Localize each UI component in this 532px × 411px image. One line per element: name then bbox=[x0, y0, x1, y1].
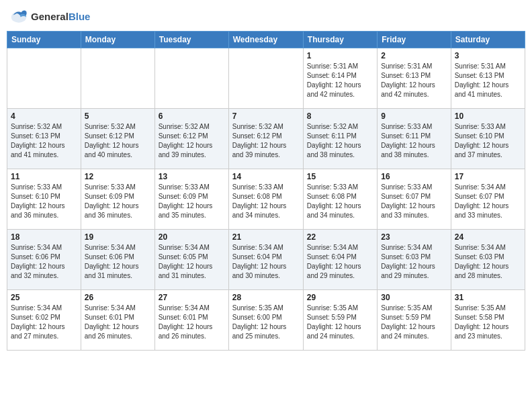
week-row-5: 25Sunrise: 5:34 AM Sunset: 6:02 PM Dayli… bbox=[7, 290, 525, 351]
empty-cell bbox=[154, 48, 228, 109]
day-cell-29: 29Sunrise: 5:35 AM Sunset: 5:59 PM Dayli… bbox=[303, 290, 377, 351]
day-cell-13: 13Sunrise: 5:33 AM Sunset: 6:09 PM Dayli… bbox=[154, 169, 228, 230]
day-number: 7 bbox=[232, 111, 300, 121]
day-cell-22: 22Sunrise: 5:34 AM Sunset: 6:04 PM Dayli… bbox=[303, 230, 377, 290]
day-number: 20 bbox=[159, 232, 225, 242]
day-info: Sunrise: 5:34 AM Sunset: 6:07 PM Dayligh… bbox=[455, 183, 521, 220]
weekday-sunday: Sunday bbox=[7, 32, 81, 48]
day-number: 4 bbox=[11, 111, 77, 121]
empty-cell bbox=[81, 48, 154, 109]
calendar: SundayMondayTuesdayWednesdayThursdayFrid… bbox=[7, 31, 525, 351]
week-row-1: 1Sunrise: 5:31 AM Sunset: 6:14 PM Daylig… bbox=[7, 48, 525, 109]
week-row-4: 18Sunrise: 5:34 AM Sunset: 6:06 PM Dayli… bbox=[7, 230, 525, 290]
day-info: Sunrise: 5:32 AM Sunset: 6:11 PM Dayligh… bbox=[307, 122, 373, 160]
day-cell-1: 1Sunrise: 5:31 AM Sunset: 6:14 PM Daylig… bbox=[303, 48, 377, 109]
day-cell-3: 3Sunrise: 5:31 AM Sunset: 6:13 PM Daylig… bbox=[451, 48, 525, 109]
day-number: 23 bbox=[381, 232, 447, 242]
day-info: Sunrise: 5:35 AM Sunset: 6:00 PM Dayligh… bbox=[232, 304, 300, 341]
day-number: 1 bbox=[307, 51, 373, 60]
day-cell-25: 25Sunrise: 5:34 AM Sunset: 6:02 PM Dayli… bbox=[7, 290, 81, 351]
day-number: 24 bbox=[455, 232, 521, 242]
day-info: Sunrise: 5:35 AM Sunset: 5:59 PM Dayligh… bbox=[307, 304, 373, 341]
day-info: Sunrise: 5:34 AM Sunset: 6:06 PM Dayligh… bbox=[11, 243, 77, 281]
day-info: Sunrise: 5:35 AM Sunset: 5:59 PM Dayligh… bbox=[381, 304, 447, 341]
day-number: 17 bbox=[455, 172, 521, 181]
logo-icon bbox=[9, 7, 28, 26]
day-cell-27: 27Sunrise: 5:34 AM Sunset: 6:01 PM Dayli… bbox=[154, 290, 228, 351]
day-number: 13 bbox=[159, 172, 225, 181]
day-cell-12: 12Sunrise: 5:33 AM Sunset: 6:09 PM Dayli… bbox=[81, 169, 154, 230]
day-cell-10: 10Sunrise: 5:33 AM Sunset: 6:10 PM Dayli… bbox=[451, 109, 525, 169]
logo: GeneralBlue bbox=[9, 7, 90, 26]
week-row-3: 11Sunrise: 5:33 AM Sunset: 6:10 PM Dayli… bbox=[7, 169, 525, 230]
day-info: Sunrise: 5:35 AM Sunset: 5:58 PM Dayligh… bbox=[455, 304, 521, 341]
day-cell-21: 21Sunrise: 5:34 AM Sunset: 6:04 PM Dayli… bbox=[228, 230, 303, 290]
day-number: 21 bbox=[232, 232, 300, 242]
day-info: Sunrise: 5:34 AM Sunset: 6:02 PM Dayligh… bbox=[11, 304, 77, 341]
day-info: Sunrise: 5:32 AM Sunset: 6:12 PM Dayligh… bbox=[159, 122, 225, 160]
day-info: Sunrise: 5:31 AM Sunset: 6:13 PM Dayligh… bbox=[455, 62, 521, 99]
empty-cell bbox=[228, 48, 303, 109]
day-cell-19: 19Sunrise: 5:34 AM Sunset: 6:06 PM Dayli… bbox=[81, 230, 154, 290]
day-number: 12 bbox=[85, 172, 151, 181]
day-info: Sunrise: 5:34 AM Sunset: 6:03 PM Dayligh… bbox=[381, 243, 447, 281]
day-cell-7: 7Sunrise: 5:32 AM Sunset: 6:12 PM Daylig… bbox=[228, 109, 303, 169]
page-header: GeneralBlue bbox=[7, 7, 525, 26]
day-info: Sunrise: 5:31 AM Sunset: 6:13 PM Dayligh… bbox=[381, 62, 447, 99]
day-cell-5: 5Sunrise: 5:32 AM Sunset: 6:12 PM Daylig… bbox=[81, 109, 154, 169]
day-number: 14 bbox=[232, 172, 300, 181]
day-cell-15: 15Sunrise: 5:33 AM Sunset: 6:08 PM Dayli… bbox=[303, 169, 377, 230]
day-info: Sunrise: 5:34 AM Sunset: 6:01 PM Dayligh… bbox=[159, 304, 225, 341]
day-info: Sunrise: 5:32 AM Sunset: 6:12 PM Dayligh… bbox=[85, 122, 151, 160]
day-cell-26: 26Sunrise: 5:34 AM Sunset: 6:01 PM Dayli… bbox=[81, 290, 154, 351]
day-cell-18: 18Sunrise: 5:34 AM Sunset: 6:06 PM Dayli… bbox=[7, 230, 81, 290]
day-cell-16: 16Sunrise: 5:33 AM Sunset: 6:07 PM Dayli… bbox=[378, 169, 451, 230]
day-cell-4: 4Sunrise: 5:32 AM Sunset: 6:13 PM Daylig… bbox=[7, 109, 81, 169]
day-info: Sunrise: 5:34 AM Sunset: 6:01 PM Dayligh… bbox=[85, 304, 151, 341]
day-number: 30 bbox=[381, 293, 447, 302]
day-info: Sunrise: 5:34 AM Sunset: 6:04 PM Dayligh… bbox=[232, 243, 300, 281]
day-number: 19 bbox=[85, 232, 151, 242]
day-number: 9 bbox=[381, 111, 447, 121]
empty-cell bbox=[7, 48, 81, 109]
day-number: 27 bbox=[159, 293, 225, 302]
day-number: 16 bbox=[381, 172, 447, 181]
day-number: 8 bbox=[307, 111, 373, 121]
day-info: Sunrise: 5:33 AM Sunset: 6:08 PM Dayligh… bbox=[232, 183, 300, 220]
day-number: 29 bbox=[307, 293, 373, 302]
day-info: Sunrise: 5:33 AM Sunset: 6:07 PM Dayligh… bbox=[381, 183, 447, 220]
day-number: 10 bbox=[455, 111, 521, 121]
day-info: Sunrise: 5:33 AM Sunset: 6:10 PM Dayligh… bbox=[11, 183, 77, 220]
day-number: 31 bbox=[455, 293, 521, 302]
day-info: Sunrise: 5:33 AM Sunset: 6:10 PM Dayligh… bbox=[455, 122, 521, 160]
day-cell-6: 6Sunrise: 5:32 AM Sunset: 6:12 PM Daylig… bbox=[154, 109, 228, 169]
day-cell-8: 8Sunrise: 5:32 AM Sunset: 6:11 PM Daylig… bbox=[303, 109, 377, 169]
day-number: 15 bbox=[307, 172, 373, 181]
day-cell-9: 9Sunrise: 5:33 AM Sunset: 6:11 PM Daylig… bbox=[378, 109, 451, 169]
day-number: 2 bbox=[381, 51, 447, 60]
day-info: Sunrise: 5:34 AM Sunset: 6:05 PM Dayligh… bbox=[159, 243, 225, 281]
day-info: Sunrise: 5:33 AM Sunset: 6:11 PM Dayligh… bbox=[381, 122, 447, 160]
day-info: Sunrise: 5:32 AM Sunset: 6:12 PM Dayligh… bbox=[232, 122, 300, 160]
day-cell-23: 23Sunrise: 5:34 AM Sunset: 6:03 PM Dayli… bbox=[378, 230, 451, 290]
day-number: 6 bbox=[159, 111, 225, 121]
weekday-tuesday: Tuesday bbox=[154, 32, 228, 48]
day-info: Sunrise: 5:33 AM Sunset: 6:08 PM Dayligh… bbox=[307, 183, 373, 220]
weekday-wednesday: Wednesday bbox=[228, 32, 303, 48]
day-cell-14: 14Sunrise: 5:33 AM Sunset: 6:08 PM Dayli… bbox=[228, 169, 303, 230]
day-info: Sunrise: 5:34 AM Sunset: 6:03 PM Dayligh… bbox=[455, 243, 521, 281]
day-info: Sunrise: 5:31 AM Sunset: 6:14 PM Dayligh… bbox=[307, 62, 373, 99]
weekday-header-row: SundayMondayTuesdayWednesdayThursdayFrid… bbox=[7, 32, 525, 48]
day-info: Sunrise: 5:34 AM Sunset: 6:04 PM Dayligh… bbox=[307, 243, 373, 281]
day-number: 28 bbox=[232, 293, 300, 302]
day-cell-11: 11Sunrise: 5:33 AM Sunset: 6:10 PM Dayli… bbox=[7, 169, 81, 230]
day-info: Sunrise: 5:33 AM Sunset: 6:09 PM Dayligh… bbox=[159, 183, 225, 220]
weekday-saturday: Saturday bbox=[451, 32, 525, 48]
day-number: 25 bbox=[11, 293, 77, 302]
day-cell-31: 31Sunrise: 5:35 AM Sunset: 5:58 PM Dayli… bbox=[451, 290, 525, 351]
day-info: Sunrise: 5:33 AM Sunset: 6:09 PM Dayligh… bbox=[85, 183, 151, 220]
day-cell-28: 28Sunrise: 5:35 AM Sunset: 6:00 PM Dayli… bbox=[228, 290, 303, 351]
day-cell-17: 17Sunrise: 5:34 AM Sunset: 6:07 PM Dayli… bbox=[451, 169, 525, 230]
day-info: Sunrise: 5:32 AM Sunset: 6:13 PM Dayligh… bbox=[11, 122, 77, 160]
day-number: 5 bbox=[85, 111, 151, 121]
